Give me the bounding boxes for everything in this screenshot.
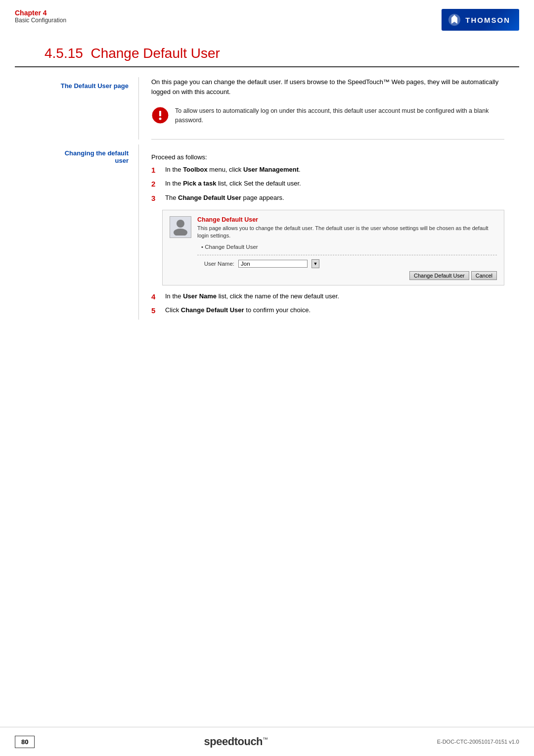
- step-item-2: 2 In the Pick a task list, click Set the…: [151, 179, 504, 190]
- ss-divider: [197, 255, 497, 255]
- ss-bullet: Change Default User: [201, 244, 497, 250]
- warning-icon: [151, 106, 169, 124]
- screenshot-content: Change Default User This page allows you…: [197, 216, 497, 280]
- section-label-default-user: The Default User page: [30, 77, 129, 90]
- left-column: The Default User page: [30, 77, 138, 140]
- steps-container: Proceed as follows: 1 In the Toolbox men…: [151, 144, 504, 317]
- step-text-5: Click Change Default User to confirm you…: [165, 305, 504, 315]
- cancel-button[interactable]: Cancel: [471, 271, 497, 280]
- left-column-steps: Changing the default user: [30, 144, 138, 320]
- step-list: 1 In the Toolbox menu, click User Manage…: [151, 165, 504, 204]
- page-title-text: Change Default User: [90, 46, 220, 61]
- step-number-3: 3: [151, 193, 162, 204]
- username-input[interactable]: [238, 260, 308, 268]
- chapter-title: Chapter 4: [15, 9, 66, 17]
- page-header: Chapter 4 Basic Configuration THOMSON: [0, 0, 534, 31]
- page-title-section-num: 4.5.15: [44, 46, 83, 61]
- label-line2: user: [115, 157, 129, 164]
- page-title-section: 4.5.15 Change Default User: [15, 31, 519, 67]
- logo-regular: speed: [204, 735, 234, 748]
- speedtouch-logo: speedtouch™: [204, 735, 268, 748]
- proceed-text: Proceed as follows:: [151, 153, 504, 161]
- ss-title: Change Default User: [197, 216, 497, 223]
- chapter-subtitle: Basic Configuration: [15, 17, 66, 24]
- info-text: On this page you can change the default …: [151, 77, 504, 96]
- svg-point-3: [159, 118, 162, 120]
- step-item-5: 5 Click Change Default User to confirm y…: [151, 305, 504, 317]
- main-content: The Default User page On this page you c…: [15, 67, 519, 140]
- right-column-steps: Proceed as follows: 1 In the Toolbox men…: [138, 144, 504, 320]
- ss-button-row: Change Default User Cancel: [197, 271, 497, 280]
- step-number-5: 5: [151, 305, 162, 317]
- page-footer: 80 speedtouch™ E-DOC-CTC-20051017-0151 v…: [0, 727, 534, 756]
- thomson-brand: THOMSON: [465, 16, 510, 24]
- svg-rect-2: [159, 111, 161, 116]
- ss-desc: This page allows you to change the defau…: [197, 225, 497, 240]
- chapter-info: Chapter 4 Basic Configuration: [15, 9, 66, 24]
- right-column-section1: On this page you can change the default …: [138, 77, 504, 140]
- thomson-logo: THOMSON: [442, 9, 519, 31]
- step-text-2: In the Pick a task list, click Set the d…: [165, 179, 504, 189]
- step-text-1: In the Toolbox menu, click User Manageme…: [165, 165, 504, 175]
- step-number-4: 4: [151, 291, 162, 303]
- svg-point-4: [177, 220, 184, 228]
- page-number: 80: [15, 736, 35, 748]
- thomson-icon: [447, 13, 461, 27]
- step-number-2: 2: [151, 179, 162, 190]
- page-title: 4.5.15 Change Default User: [44, 46, 490, 61]
- step-item-4: 4 In the User Name list, click the name …: [151, 291, 504, 303]
- logo-bold: touch: [234, 735, 263, 748]
- doc-number: E-DOC-CTC-20051017-0151 v1.0: [437, 739, 519, 745]
- logo-tm: ™: [263, 736, 268, 742]
- step-item-1: 1 In the Toolbox menu, click User Manage…: [151, 165, 504, 176]
- change-default-user-button[interactable]: Change Default User: [409, 271, 469, 280]
- ss-form-row: User Name: ▼: [197, 259, 497, 268]
- ss-form-label: User Name:: [197, 261, 234, 267]
- user-icon-box: [170, 216, 191, 238]
- warning-text: To allow users to automatically log on u…: [175, 106, 504, 125]
- step-text-4: In the User Name list, click the name of…: [165, 291, 504, 301]
- label-line1: Changing the default: [65, 149, 129, 157]
- svg-point-5: [174, 229, 187, 236]
- section-label-changing: Changing the default user: [30, 144, 129, 164]
- dropdown-arrow[interactable]: ▼: [312, 259, 319, 268]
- warning-box: To allow users to automatically log on u…: [151, 102, 504, 129]
- step-item-3: 3 The Change Default User page appears.: [151, 193, 504, 204]
- user-icon: [173, 219, 188, 236]
- step-text-3: The Change Default User page appears.: [165, 193, 504, 203]
- step-number-1: 1: [151, 165, 162, 176]
- screenshot-box: Change Default User This page allows you…: [162, 210, 504, 285]
- info-section: On this page you can change the default …: [151, 77, 504, 140]
- steps-section: Changing the default user Proceed as fol…: [15, 140, 519, 320]
- screenshot-inner: Change Default User This page allows you…: [170, 216, 497, 280]
